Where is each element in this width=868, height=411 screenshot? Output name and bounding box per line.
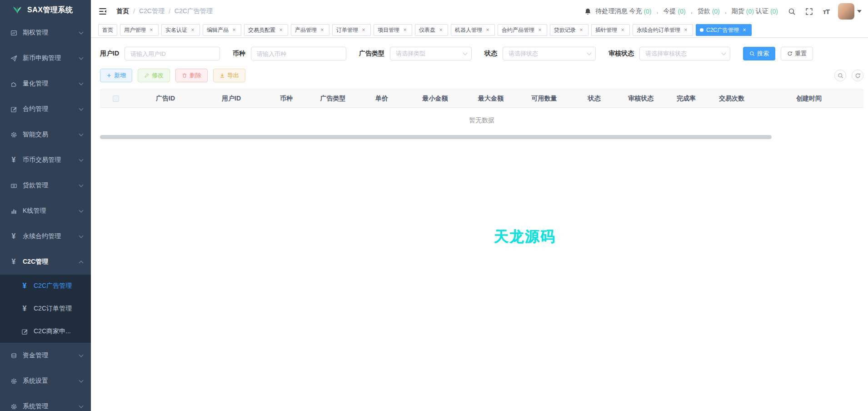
plus-icon bbox=[106, 73, 112, 78]
tab-order-management[interactable]: 订单管理× bbox=[332, 24, 371, 36]
breadcrumb-home[interactable]: 首页 bbox=[116, 7, 129, 15]
sidebar-item-c2c-orders[interactable]: ¥ C2C订单管理 bbox=[0, 297, 91, 320]
user-id-input[interactable] bbox=[125, 47, 220, 60]
sidebar-item-kline[interactable]: K线管理 bbox=[0, 198, 91, 224]
tab-contract-product[interactable]: 合约产品管理× bbox=[498, 24, 547, 36]
tab-dashboard[interactable]: 仪表盘× bbox=[415, 24, 448, 36]
search-icon bbox=[749, 51, 755, 56]
chevron-down-icon bbox=[587, 50, 592, 55]
select-all-checkbox[interactable] bbox=[113, 95, 119, 102]
gear-icon bbox=[10, 403, 17, 410]
futures-count: (0) bbox=[746, 8, 754, 15]
sidebar-item-quant[interactable]: 量化管理 bbox=[0, 71, 91, 96]
close-icon[interactable]: × bbox=[619, 27, 626, 33]
tab-loan-records[interactable]: 贷款记录× bbox=[550, 24, 589, 36]
export-button[interactable]: 导出 bbox=[213, 69, 245, 82]
tab-robot-management[interactable]: 机器人管理× bbox=[451, 24, 495, 36]
breadcrumb-c2c[interactable]: C2C管理 bbox=[139, 7, 165, 15]
yen-icon: ¥ bbox=[21, 282, 28, 290]
sidebar-item-system-settings[interactable]: 系统设置 bbox=[0, 368, 91, 394]
chevron-down-icon bbox=[79, 182, 84, 187]
search-button[interactable]: 搜索 bbox=[743, 47, 775, 60]
chevron-down-icon bbox=[79, 55, 84, 60]
bell-icon[interactable] bbox=[584, 8, 592, 15]
avatar[interactable] bbox=[838, 3, 854, 20]
scrollbar-thumb[interactable] bbox=[100, 135, 772, 139]
chevron-down-icon bbox=[79, 233, 84, 238]
col-status: 状态 bbox=[570, 95, 618, 103]
fullscreen-icon[interactable] bbox=[804, 7, 813, 16]
sidebar-item-c2c-merchant[interactable]: C2C商家申... bbox=[0, 320, 91, 343]
yen-icon: ¥ bbox=[10, 156, 17, 164]
close-icon[interactable]: × bbox=[578, 27, 584, 33]
sidebar-item-smart-trade[interactable]: 智能交易 bbox=[0, 122, 91, 147]
trash-icon bbox=[182, 73, 187, 78]
status-select[interactable]: 请选择状态 bbox=[503, 47, 596, 60]
tab-pin-management[interactable]: 插针管理× bbox=[591, 24, 630, 36]
audit-status-select[interactable]: 请选择审核状态 bbox=[639, 47, 730, 60]
col-created-at: 创建时间 bbox=[754, 95, 863, 103]
sidebar-item-c2c-ads[interactable]: ¥ C2C广告管理 bbox=[0, 275, 91, 297]
ads-table: 广告ID 用户ID 币种 广告类型 单价 最小金额 最大金额 可用数量 状态 审… bbox=[100, 90, 863, 139]
chevron-down-icon bbox=[79, 106, 84, 110]
sidebar-item-options[interactable]: 期权管理 bbox=[0, 20, 91, 45]
close-icon[interactable]: × bbox=[190, 27, 196, 33]
table-refresh-icon[interactable] bbox=[852, 70, 863, 81]
edit-button[interactable]: 修改 bbox=[138, 69, 170, 82]
breadcrumb: 首页 / C2C管理 / C2C广告管理 bbox=[116, 7, 213, 15]
ad-type-select[interactable]: 请选择类型 bbox=[390, 47, 472, 60]
table-search-toggle-icon[interactable] bbox=[834, 70, 846, 81]
sidebar-fold-icon[interactable] bbox=[98, 6, 108, 16]
tab-perpetual-orders[interactable]: 永续合约订单管理× bbox=[633, 24, 693, 36]
sidebar-item-system-management[interactable]: 系统管理 bbox=[0, 394, 91, 411]
add-button[interactable]: 新增 bbox=[100, 69, 132, 82]
close-icon[interactable]: × bbox=[537, 27, 543, 33]
yen-icon: ¥ bbox=[10, 258, 17, 266]
coin-input[interactable] bbox=[251, 47, 346, 60]
col-completion-rate: 完成率 bbox=[663, 95, 709, 103]
close-icon[interactable]: × bbox=[402, 27, 408, 33]
tab-project-management[interactable]: 项目管理× bbox=[374, 24, 412, 36]
pencil-icon bbox=[144, 73, 150, 78]
sidebar-item-spot-trade[interactable]: ¥ 币币交易管理 bbox=[0, 147, 91, 173]
chevron-down-icon bbox=[79, 157, 84, 161]
close-icon[interactable]: × bbox=[231, 27, 237, 33]
kyc-count: (0) bbox=[770, 8, 778, 15]
col-user-id: 用户ID bbox=[199, 95, 264, 103]
gear-icon bbox=[10, 377, 17, 385]
close-icon[interactable]: × bbox=[741, 27, 748, 33]
tab-edit-product[interactable]: 编辑产品× bbox=[203, 24, 241, 36]
tab-product-management[interactable]: 产品管理× bbox=[291, 24, 329, 36]
sidebar: SAX管理系统 期权管理 新币申购管理 量化管理 合约管理 智能交易 ¥ 币币交… bbox=[0, 0, 91, 411]
tab-trader-config[interactable]: 交易员配置× bbox=[244, 24, 288, 36]
reset-button[interactable]: 重置 bbox=[781, 47, 813, 60]
close-icon[interactable]: × bbox=[683, 27, 689, 33]
sidebar-item-new-coin[interactable]: 新币申购管理 bbox=[0, 45, 91, 71]
font-size-icon[interactable]: тT bbox=[822, 7, 831, 16]
col-available-qty: 可用数量 bbox=[518, 95, 570, 103]
search-icon[interactable] bbox=[787, 7, 796, 16]
delete-button[interactable]: 删除 bbox=[175, 69, 208, 82]
close-icon[interactable]: × bbox=[148, 27, 155, 33]
caret-down-icon[interactable] bbox=[857, 10, 862, 13]
close-icon[interactable]: × bbox=[360, 27, 367, 33]
tab-home[interactable]: 首页 bbox=[98, 24, 117, 36]
coins-icon bbox=[10, 352, 17, 359]
tab-c2c-ads-active[interactable]: C2C广告管理× bbox=[696, 24, 752, 36]
col-unit-price: 单价 bbox=[357, 95, 407, 103]
top-navbar: 首页 / C2C管理 / C2C广告管理 待处理消息 今充 (0) ， 今提 (… bbox=[91, 0, 868, 23]
close-icon[interactable]: × bbox=[484, 27, 491, 33]
close-icon[interactable]: × bbox=[278, 27, 284, 33]
tab-user-management[interactable]: 用户管理× bbox=[120, 24, 159, 36]
sidebar-item-perpetual[interactable]: ¥ 永续合约管理 bbox=[0, 224, 91, 249]
chevron-down-icon bbox=[463, 50, 468, 55]
chevron-down-icon bbox=[79, 403, 84, 408]
sidebar-item-c2c[interactable]: ¥ C2C管理 bbox=[0, 249, 91, 275]
close-icon[interactable]: × bbox=[438, 27, 444, 33]
app-logo: SAX管理系统 bbox=[0, 0, 91, 20]
sidebar-item-contract[interactable]: 合约管理 bbox=[0, 96, 91, 122]
sidebar-item-funds[interactable]: 资金管理 bbox=[0, 343, 91, 368]
sidebar-item-loan[interactable]: 贷款管理 bbox=[0, 173, 91, 198]
close-icon[interactable]: × bbox=[319, 27, 325, 33]
tab-kyc[interactable]: 实名认证× bbox=[161, 24, 200, 36]
